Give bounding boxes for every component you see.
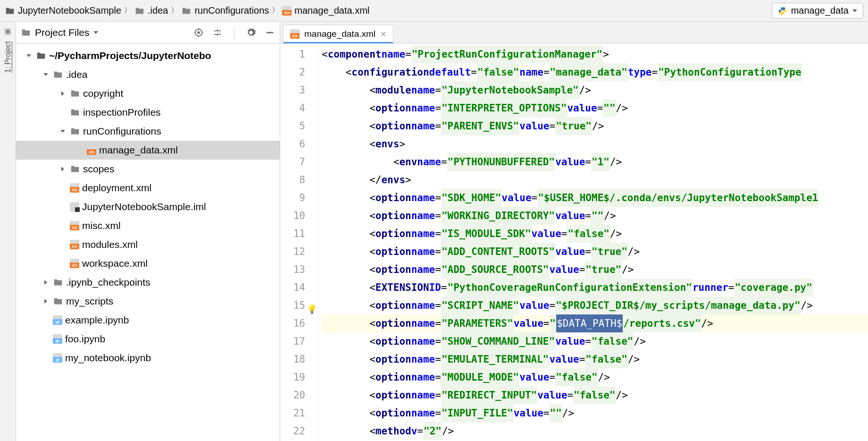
- code-line[interactable]: <option name="INTERPRETER_OPTIONS" value…: [322, 99, 868, 117]
- tree-item-label: misc.xml: [82, 216, 121, 235]
- xml-file-icon: <>: [290, 29, 300, 39]
- line-number: 13: [280, 261, 305, 279]
- xml-file-icon: <>: [70, 183, 79, 193]
- line-number: 22: [280, 422, 305, 440]
- code-line[interactable]: <option name="INPUT_FILE" value="" />: [322, 404, 868, 422]
- chevron-right-icon[interactable]: [42, 299, 50, 304]
- tree-row[interactable]: .ipynb_checkpoints: [16, 273, 280, 292]
- tree-row[interactable]: .idea: [16, 65, 280, 84]
- tree-row[interactable]: ~/PycharmProjects/JupyterNotebo: [16, 46, 280, 65]
- folder-icon: [70, 164, 80, 174]
- code-line[interactable]: <option name="PARENT_ENVS" value="true" …: [322, 117, 868, 135]
- code-line[interactable]: <option name="MODULE_MODE" value="false"…: [322, 368, 868, 386]
- breadcrumb-item[interactable]: <> manage_data.xml: [282, 5, 369, 16]
- project-tool-label[interactable]: 1: Project: [4, 41, 12, 73]
- line-number: 14: [280, 279, 305, 297]
- tree-row[interactable]: <>misc.xml: [16, 216, 280, 235]
- code-line[interactable]: </envs>: [322, 171, 868, 189]
- code-line[interactable]: <envs>: [322, 135, 868, 153]
- code-line[interactable]: <option name="SDK_HOME" value="$USER_HOM…: [322, 189, 868, 207]
- tree-item-label: modules.xml: [82, 235, 138, 254]
- navbar: JupyterNotebookSample〉 .idea〉 runConfigu…: [0, 0, 868, 22]
- code-line[interactable]: <method v="2" />: [322, 422, 868, 440]
- tree-row[interactable]: inspectionProfiles: [16, 103, 280, 122]
- collapse-all-icon[interactable]: [212, 27, 223, 38]
- code-editor[interactable]: 💡 1234567891011121314151617181920212223 …: [280, 43, 868, 441]
- tree-item-label: runConfigurations: [83, 122, 161, 141]
- hide-icon[interactable]: [265, 27, 275, 38]
- tree-row[interactable]: IPexample.ipynb: [16, 311, 280, 330]
- sidebar-view-title[interactable]: Project Files: [35, 27, 90, 38]
- code-line[interactable]: <option name="EMULATE_TERMINAL" value="f…: [322, 350, 868, 368]
- code-content[interactable]: <component name="ProjectRunConfiguration…: [318, 43, 868, 441]
- code-line[interactable]: <env name="PYTHONUNBUFFERED" value="1" /…: [322, 153, 868, 171]
- line-number: 10: [280, 207, 305, 225]
- tree-row[interactable]: <>deployment.xml: [16, 178, 280, 197]
- chevron-down-icon[interactable]: [93, 31, 98, 34]
- chevron-right-icon: 〉: [171, 6, 178, 16]
- tree-item-label: deployment.xml: [82, 178, 151, 197]
- code-line[interactable]: <option name="SCRIPT_NAME" value="$PROJE…: [322, 297, 868, 314]
- code-line[interactable]: <option name="ADD_CONTENT_ROOTS" value="…: [322, 243, 868, 261]
- gear-icon[interactable]: [246, 27, 256, 38]
- run-config-label: manage_data: [791, 5, 849, 16]
- tree-item-label: ~/PycharmProjects/JupyterNotebo: [49, 46, 211, 65]
- ipynb-file-icon: IP: [53, 353, 62, 363]
- ipynb-file-icon: IP: [53, 315, 62, 325]
- project-tree[interactable]: ~/PycharmProjects/JupyterNotebo.ideacopy…: [16, 43, 280, 441]
- tree-row[interactable]: runConfigurations: [16, 122, 280, 141]
- xml-file-icon: <>: [70, 240, 79, 249]
- lightbulb-icon[interactable]: 💡: [307, 300, 317, 318]
- breadcrumb-item[interactable]: JupyterNotebookSample: [5, 5, 121, 16]
- python-icon: [778, 6, 787, 16]
- code-line[interactable]: <option name="WORKING_DIRECTORY" value="…: [322, 207, 868, 225]
- code-line[interactable]: <option name="ADD_SOURCE_ROOTS" value="t…: [322, 261, 868, 279]
- breadcrumbs: JupyterNotebookSample〉 .idea〉 runConfigu…: [5, 5, 772, 16]
- tree-row[interactable]: scopes: [16, 160, 280, 178]
- code-line[interactable]: <configuration default="false" name="man…: [322, 63, 868, 81]
- editor-tabs: <> manage_data.xml ✕: [280, 22, 868, 43]
- chevron-down-icon[interactable]: [42, 73, 50, 76]
- code-line[interactable]: <option name="SHOW_COMMAND_LINE" value="…: [322, 332, 868, 350]
- line-number: 2: [280, 63, 305, 81]
- tree-row[interactable]: IPmy_notebook.ipynb: [16, 348, 280, 367]
- code-line[interactable]: <component name="ProjectRunConfiguration…: [322, 45, 868, 63]
- folder-icon: [70, 107, 80, 118]
- xml-file-icon: <>: [70, 221, 79, 230]
- folder-icon: [53, 277, 63, 288]
- tree-row[interactable]: IPfoo.ipynb: [16, 330, 280, 348]
- chevron-down-icon[interactable]: [25, 54, 33, 57]
- line-number: 20: [280, 386, 305, 404]
- chevron-right-icon[interactable]: [58, 167, 67, 171]
- folder-icon: [134, 6, 145, 16]
- code-line[interactable]: <module name="JupyterNotebookSample" />: [322, 81, 868, 99]
- tree-row[interactable]: <>manage_data.xml: [16, 141, 280, 160]
- tree-row[interactable]: my_scripts: [16, 292, 280, 311]
- chevron-down-icon: [852, 9, 857, 12]
- chevron-right-icon[interactable]: [58, 91, 67, 96]
- target-icon[interactable]: [193, 27, 204, 38]
- tree-row[interactable]: <>workspace.xml: [16, 254, 280, 273]
- tree-item-label: JupyterNotebookSample.iml: [82, 197, 206, 216]
- tree-row[interactable]: JupyterNotebookSample.iml: [16, 197, 280, 216]
- close-icon[interactable]: ✕: [380, 30, 386, 39]
- line-number: 12: [280, 243, 305, 261]
- line-number: 16: [280, 314, 305, 332]
- tab-manage-data-xml[interactable]: <> manage_data.xml ✕: [283, 25, 393, 43]
- line-number: 1: [280, 45, 305, 63]
- xml-file-icon: <>: [70, 259, 79, 268]
- chevron-down-icon[interactable]: [58, 130, 67, 133]
- project-tool-icon[interactable]: ▣: [4, 26, 11, 35]
- breadcrumb-item[interactable]: .idea: [134, 5, 168, 16]
- tree-row[interactable]: copyright: [16, 84, 280, 103]
- tree-item-label: workspace.xml: [82, 254, 148, 273]
- code-line[interactable]: <EXTENSION ID="PythonCoverageRunConfigur…: [322, 279, 868, 297]
- breadcrumb-item[interactable]: runConfigurations: [181, 5, 269, 16]
- tree-row[interactable]: <>modules.xml: [16, 235, 280, 254]
- code-line[interactable]: <option name="IS_MODULE_SDK" value="fals…: [322, 225, 868, 243]
- folder-icon: [70, 88, 80, 99]
- chevron-right-icon[interactable]: [42, 280, 50, 285]
- code-line[interactable]: <option name="PARAMETERS" value="$DATA_P…: [322, 314, 868, 332]
- run-config-selector[interactable]: manage_data: [772, 3, 863, 18]
- code-line[interactable]: <option name="REDIRECT_INPUT" value="fal…: [322, 386, 868, 404]
